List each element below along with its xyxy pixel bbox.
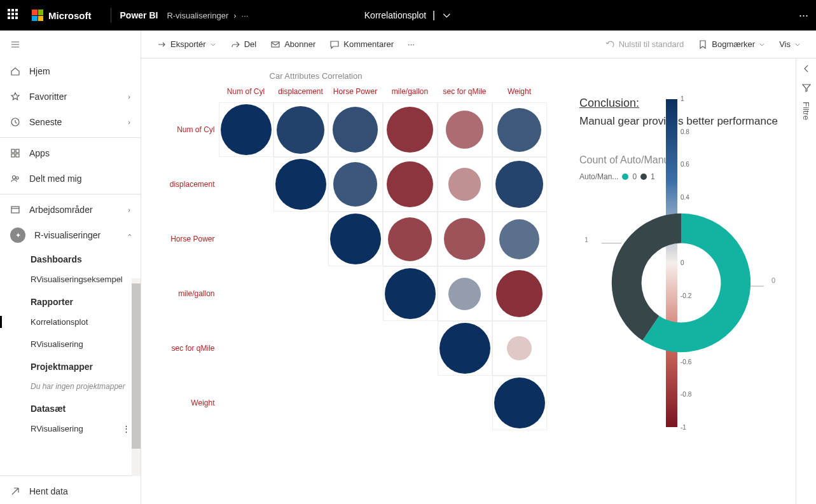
correlation-cell [492, 212, 547, 266]
nav-label: Seneste [29, 117, 62, 127]
correlation-visual[interactable]: Car Attributes Correlation Num of Cyldis… [141, 58, 567, 504]
sidebar-scrollbar[interactable] [132, 278, 141, 476]
share-button[interactable]: Del [225, 37, 262, 52]
bookmark-icon [698, 39, 708, 50]
correlation-circle [496, 270, 543, 317]
sidebar-item-report-korrelationsplot[interactable]: Korrelationsplot [0, 311, 141, 333]
correlation-cell [328, 212, 383, 266]
undo-icon [605, 39, 615, 50]
export-button[interactable]: Eksportér [151, 37, 221, 52]
nav-workspaces[interactable]: Arbejdsområder › [0, 197, 141, 222]
workspace-avatar-icon: ✦ [10, 228, 25, 243]
subscribe-button[interactable]: Abonner [265, 37, 321, 52]
row-header: mile/gallon [162, 289, 219, 298]
correlation-cell [492, 266, 547, 321]
correlation-cell [383, 102, 438, 157]
brand-label: Microsoft [48, 10, 92, 21]
hamburger-icon [10, 39, 20, 50]
group-workbooks: Projektmapper [0, 355, 141, 376]
sidebar-item-report-rvisualisering[interactable]: RVisualisering [0, 333, 141, 355]
more-button[interactable]: ··· [403, 37, 420, 51]
correlation-cell [273, 321, 328, 376]
correlation-cell [273, 102, 328, 157]
column-header: mile/gallon [383, 87, 438, 102]
clock-icon [10, 117, 20, 127]
report-title-area[interactable]: Korrelationsplot | [364, 10, 452, 21]
sidebar-item-dashboard[interactable]: RVisualiseringseksempel [0, 268, 141, 290]
comments-button[interactable]: Kommentarer [324, 37, 399, 52]
view-button[interactable]: Vis [774, 37, 806, 51]
more-icon[interactable]: ⋮ [122, 424, 130, 433]
correlation-circle [333, 107, 378, 153]
divider [111, 8, 111, 23]
mail-icon [270, 39, 280, 50]
filters-pane-collapsed[interactable]: Filtre [796, 58, 816, 504]
correlation-circle [221, 104, 272, 155]
group-dashboards: Dashboards [0, 248, 141, 268]
correlation-cell [492, 157, 547, 212]
bookmarks-button[interactable]: Bogmærker [693, 37, 770, 52]
chevron-down-icon [794, 41, 801, 48]
hamburger-button[interactable] [0, 31, 141, 58]
correlation-circle [494, 378, 545, 428]
svg-rect-3 [11, 154, 15, 157]
donut-chart[interactable]: 0 1 [598, 200, 764, 365]
reset-button[interactable]: Nulstil til standard [600, 37, 689, 52]
correlation-cell [492, 102, 547, 157]
more-icon[interactable]: ··· [242, 11, 249, 20]
correlation-circle [333, 162, 378, 207]
svg-rect-4 [16, 154, 19, 157]
correlation-circle [439, 323, 490, 374]
correlation-circle [444, 218, 486, 260]
people-icon [10, 174, 20, 184]
microsoft-logo: Microsoft [32, 10, 92, 21]
column-header: Num of Cyl [219, 87, 273, 102]
correlation-circle [497, 108, 541, 152]
svg-point-6 [16, 177, 18, 179]
nav-get-data[interactable]: Hent data [0, 479, 141, 504]
correlation-cell [328, 102, 383, 157]
row-header: Horse Power [162, 235, 219, 243]
correlation-cell [383, 321, 438, 376]
chevron-right-icon: › [233, 11, 236, 20]
legend-dot-0 [622, 174, 628, 180]
nav-current-workspace[interactable]: ✦ R-visualiseringer › [0, 222, 141, 248]
chevron-right-icon: › [128, 206, 130, 214]
correlation-cell [438, 376, 492, 430]
home-icon [10, 66, 20, 76]
breadcrumb[interactable]: R-visualiseringer › ··· [167, 11, 248, 20]
correlation-cell [492, 376, 547, 430]
comment-icon [329, 39, 340, 50]
nav-apps[interactable]: Apps [0, 140, 141, 166]
app-launcher-icon[interactable] [8, 9, 20, 22]
filters-label: Filtre [801, 102, 811, 120]
divider: | [432, 10, 435, 21]
chevron-up-icon: › [125, 234, 133, 236]
sidebar-item-dataset[interactable]: RVisualisering ⋮ [0, 418, 141, 440]
correlation-cell [383, 157, 438, 212]
chevron-down-icon[interactable] [441, 10, 452, 20]
more-options-icon[interactable]: ··· [799, 9, 808, 22]
correlation-cell [219, 376, 273, 430]
nav-label: Delt med mig [29, 174, 81, 184]
star-icon [10, 92, 20, 102]
chevron-right-icon: › [128, 93, 130, 100]
legend-text-1: 1 [651, 172, 655, 181]
nav-label: Apps [29, 148, 50, 158]
group-datasets: Datasæt [0, 397, 141, 418]
correlation-cell [328, 376, 383, 430]
global-header: Microsoft Power BI R-visualiseringer › ·… [0, 0, 816, 31]
correlation-circle [499, 219, 539, 259]
nav-shared[interactable]: Delt med mig [0, 166, 141, 191]
correlation-circle [387, 107, 433, 153]
row-header: displacement [162, 180, 219, 189]
correlation-circle [495, 161, 543, 208]
correlation-cell [328, 321, 383, 376]
button-label: Vis [779, 39, 791, 49]
correlation-cell [438, 266, 492, 321]
row-header: sec for qMile [162, 344, 219, 353]
chevron-left-icon[interactable] [801, 64, 812, 74]
nav-recent[interactable]: Seneste › [0, 109, 141, 135]
svg-rect-2 [16, 149, 19, 153]
nav-favorites[interactable]: Favoritter › [0, 84, 141, 109]
